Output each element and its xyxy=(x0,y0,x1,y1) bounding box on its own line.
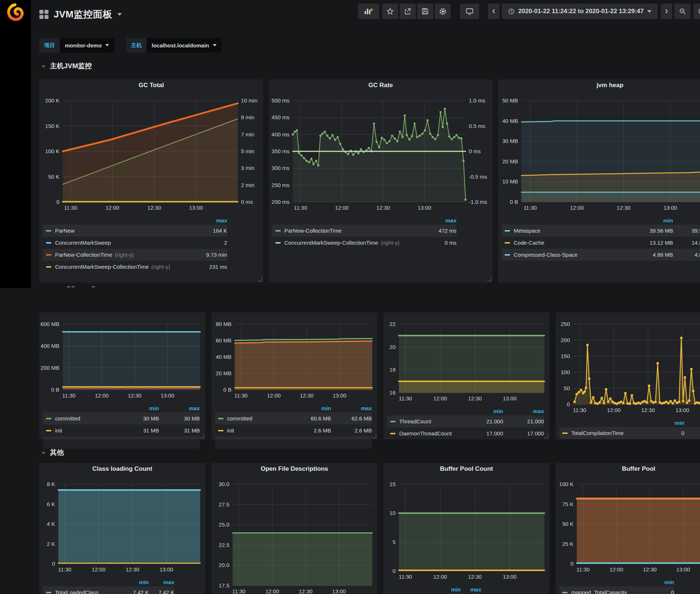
panel-title[interactable]: jvm heap xyxy=(498,79,700,92)
resize-handle[interactable] xyxy=(487,277,491,282)
row-header-jvm[interactable]: 主机JVM监控 xyxy=(41,61,92,71)
legend-series-name[interactable]: ThreadCount xyxy=(399,418,431,424)
svg-text:5: 5 xyxy=(393,539,396,545)
legend-stat-header[interactable]: min xyxy=(631,217,673,224)
legend-series-name[interactable]: ConcurrentMarkSweep-CollectionTime xyxy=(284,240,378,246)
share-button[interactable] xyxy=(400,4,416,19)
legend-series-color[interactable] xyxy=(218,418,223,419)
legend-series-name[interactable]: ParNew xyxy=(55,228,74,234)
legend-series-color[interactable] xyxy=(46,592,51,593)
panel-title[interactable]: Buffer Pool xyxy=(556,463,700,475)
legend-stat-header[interactable]: min xyxy=(462,408,503,414)
chart-jvm-heap[interactable]: 0 B10 MB20 MB30 MB40 MB50 MB11:3012:0012… xyxy=(498,92,700,212)
legend-series-name[interactable]: Code-Cache xyxy=(514,240,544,246)
legend-series-color[interactable] xyxy=(46,230,51,232)
legend-series-color[interactable] xyxy=(562,592,568,593)
legend-stat-header[interactable]: max xyxy=(149,579,174,585)
legend-series-color[interactable] xyxy=(505,230,510,232)
legend-stat-header[interactable]: min xyxy=(440,586,461,593)
legend-stat-header[interactable]: min xyxy=(118,405,159,411)
legend-stat-header[interactable]: max xyxy=(684,420,700,426)
chart-memory-pool-1[interactable]: 0 B200 MB400 MB600 MB11:3012:0012:3013:0… xyxy=(39,315,205,400)
chart-gc-total[interactable]: 050 K100 K150 K200 K0 ms2 min3 min5 min7… xyxy=(39,92,263,212)
legend-series-color[interactable] xyxy=(562,432,568,434)
panel-title[interactable]: GC Total xyxy=(39,79,263,92)
settings-button[interactable] xyxy=(435,4,451,19)
legend-series-name[interactable]: ConcurrentMarkSweep xyxy=(55,240,111,246)
time-range-button[interactable]: 2020-01-22 11:24:22 to 2020-01-22 13:29:… xyxy=(502,4,658,19)
legend-series-name[interactable]: TotalLoadedClass xyxy=(55,589,98,594)
legend-stat-header[interactable]: max xyxy=(413,217,456,224)
legend-series-name[interactable]: DaemonThreadCount xyxy=(399,430,452,436)
legend-series-color[interactable] xyxy=(218,430,223,431)
legend-series-name[interactable]: ConcurrentMarkSweep-CollectionTime xyxy=(55,264,149,270)
legend-series-color[interactable] xyxy=(46,442,51,443)
legend-series-color[interactable] xyxy=(46,266,51,268)
legend-stat-header[interactable]: min xyxy=(123,579,149,585)
add-panel-button[interactable] xyxy=(358,4,379,19)
resize-handle[interactable] xyxy=(258,277,262,282)
legend-stat-header[interactable]: max xyxy=(159,405,200,411)
chart-class-loading[interactable]: 02 K4 K6 K8 K11:3012:0012:3013:00 xyxy=(39,475,205,574)
legend-series-color[interactable] xyxy=(505,242,510,244)
time-back-button[interactable]: ‹ xyxy=(488,4,499,19)
legend-series-name[interactable]: ParNew-CollectionTime xyxy=(55,252,112,258)
svg-text:13:00: 13:00 xyxy=(160,566,174,572)
legend-series-color[interactable] xyxy=(46,242,51,244)
legend-series-color[interactable] xyxy=(46,430,51,431)
legend-stat-header[interactable]: max xyxy=(183,217,227,224)
title-caret-icon[interactable] xyxy=(117,13,122,16)
resize-handle[interactable] xyxy=(544,434,548,438)
legend-series-color[interactable] xyxy=(46,254,51,256)
panel-title[interactable]: GC Rate xyxy=(269,79,493,92)
legend-series-color[interactable] xyxy=(275,230,281,232)
chart-memory-pool-2[interactable]: 0 B20 MB40 MB60 MB80 MB11:3012:0012:3013… xyxy=(211,315,377,400)
panel-title[interactable]: Buffer Pool Count xyxy=(384,463,549,475)
legend-series-color[interactable] xyxy=(46,418,51,419)
time-forward-button[interactable]: › xyxy=(661,4,672,19)
legend-series-name[interactable]: init xyxy=(55,427,62,434)
dashboard-grid-icon[interactable] xyxy=(39,10,48,19)
tv-mode-button[interactable] xyxy=(460,4,479,19)
chart-threads[interactable]: 1618202211:3012:0012:3013:00 xyxy=(384,315,549,403)
chart-gc-rate[interactable]: 200 ms250 ms300 ms350 ms400 ms450 ms500 … xyxy=(269,92,493,212)
legend-series-name[interactable]: Metaspace xyxy=(514,228,540,234)
chart-buffer-pool[interactable]: 025 K50 K75 K100 K11:3012:0012:3013:00 xyxy=(556,475,700,574)
legend-stat-header[interactable]: min xyxy=(643,420,684,426)
chart-compilation[interactable]: 05010015020025011:3012:0012:3013:00 xyxy=(556,315,700,415)
legend-series-name[interactable]: TotalCompilationTime xyxy=(571,430,624,436)
row-header-other[interactable]: 其他 xyxy=(41,448,64,457)
legend-stat-header[interactable]: max xyxy=(461,586,481,593)
star-button[interactable] xyxy=(382,4,398,19)
legend-stat-header[interactable]: max xyxy=(503,408,544,414)
variable-project-select[interactable]: monitor-demo xyxy=(60,38,114,53)
legend-stat-header[interactable]: max xyxy=(331,405,372,411)
resize-handle[interactable] xyxy=(372,434,376,438)
chart-open-files[interactable]: 17.520.022.525.027.530.011:3012:0012:301… xyxy=(211,475,377,594)
dashboard-title[interactable]: JVM监控面板 xyxy=(54,8,112,21)
legend-series-color[interactable] xyxy=(390,433,396,434)
legend-stat-header[interactable]: min xyxy=(290,405,331,411)
panel-title[interactable]: Open File Descriptions xyxy=(211,463,377,475)
legend-series-color[interactable] xyxy=(505,254,510,256)
refresh-button[interactable] xyxy=(693,4,700,19)
legend-series-name[interactable]: init xyxy=(227,427,234,434)
resize-handle[interactable] xyxy=(200,434,204,438)
legend-stat-header[interactable]: min xyxy=(648,579,674,585)
legend-series-name[interactable]: ParNew-CollectionTime xyxy=(284,228,342,234)
legend-series-name[interactable]: committed xyxy=(227,415,252,422)
variable-host-select[interactable]: localhost.localdomain xyxy=(147,38,222,53)
legend-series-color[interactable] xyxy=(275,242,281,244)
chart-buffer-pool-count[interactable]: 05101511:3012:0012:3013:00 xyxy=(384,475,549,581)
legend-series-name[interactable]: mapped_TotalCapacity xyxy=(571,589,627,594)
panel-title[interactable]: Class loading Count xyxy=(39,463,205,475)
legend-series-color[interactable] xyxy=(218,442,223,443)
legend-series-color[interactable] xyxy=(390,421,396,422)
legend-stat-header[interactable]: max xyxy=(673,217,700,224)
legend-series-name[interactable]: Compressed-Class-Space xyxy=(514,252,578,258)
svg-text:350 ms: 350 ms xyxy=(272,148,289,154)
legend-series-name[interactable]: committed xyxy=(55,415,80,422)
save-button[interactable] xyxy=(417,4,433,19)
zoom-out-button[interactable] xyxy=(674,4,691,19)
grafana-logo-icon[interactable] xyxy=(5,2,25,22)
